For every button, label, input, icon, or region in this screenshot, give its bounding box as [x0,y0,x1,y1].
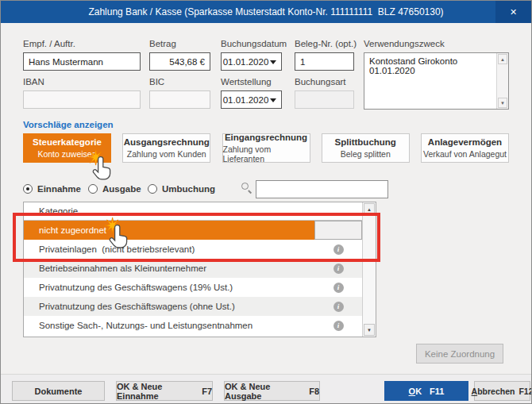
field-iban: IBAN [23,77,141,109]
field-empf-auftr: Empf. / Auftr. Hans Mustermann [23,39,141,71]
scroll-down-icon[interactable]: ▼ [364,324,375,336]
field-label: Verwendungszweck [364,39,509,48]
info-icon[interactable]: i [333,283,344,293]
radio-circle-icon [23,184,33,194]
field-label: Wertstellung [221,77,282,87]
category-button-row: Steuerkategorie Konto zuweisen Ausgangsr… [23,133,509,163]
splittbuchung-button[interactable]: Splittbuchung Beleg splitten [322,133,410,163]
field-bic: BIC [149,77,210,109]
ok-button[interactable]: OK F11 [384,381,468,401]
beleg-nr-input[interactable]: 1 [295,52,354,71]
steuerkategorie-button[interactable]: Steuerkategorie Konto zuweisen [23,133,111,163]
field-label: Beleg-Nr. (opt.) [295,39,354,48]
field-label: BIC [149,77,210,87]
table-row[interactable]: Privateinlagen (nicht betriebsrelevant) … [24,240,362,259]
empf-auftr-input[interactable]: Hans Mustermann [23,52,141,71]
eingangsrechnung-button[interactable]: Eingangsrechnung Zahlung vom Lieferanten [222,133,310,163]
kategorie-column-header[interactable]: Kategorie [24,202,362,221]
ok-neue-ausgabe-button[interactable]: OK & Neue Ausgabe F8 [224,381,320,401]
payment-dialog: Zahlung Bank / Kasse (Sparkasse Musterst… [0,0,532,404]
fkey-label: F8 [309,387,319,396]
field-wertstellung: Wertstellung 01.01.2020 [221,77,282,109]
field-label: Buchungsart [295,77,354,87]
vorschlaege-anzeigen-link[interactable]: Vorschläge anzeigen [23,120,114,129]
anlagevermoegen-button[interactable]: Anlagevermögen Verkauf von Anlagegut [421,133,509,163]
kategorie-table: Kategorie nicht zugeordnet Privateinlage… [23,202,376,337]
verwendungszweck-textarea[interactable]: Kontostand Girokonto 01.01.2020 ▲ ▼ [364,52,509,110]
fkey-label: F12 [519,387,532,396]
search-input[interactable] [256,180,388,198]
ok-neue-einnahme-button[interactable]: OK & Neue Einnahme F7 [116,381,213,401]
table-row[interactable]: Privatnutzung des Geschäftswagens (19% U… [24,278,362,297]
table-row[interactable]: Privatnutzung des Geschäftswagens (ohne … [24,297,362,316]
info-icon[interactable]: i [333,244,344,255]
field-label: Empf. / Auftr. [23,39,141,48]
keine-zuordnung-button[interactable]: Keine Zuordnung [416,344,503,364]
bic-input[interactable] [149,90,210,109]
selected-row-cell [314,221,362,240]
radio-ausgabe[interactable]: Ausgabe [88,184,141,194]
info-icon[interactable]: i [333,302,344,312]
dropdown-arrow-icon[interactable] [270,98,276,102]
field-buchungsdatum: Buchungsdatum 01.01.2020 [221,39,282,71]
scroll-up-icon[interactable]: ▲ [364,203,375,215]
radio-umbuchung[interactable]: Umbuchung [148,184,215,194]
table-row[interactable]: Sonstige Sach-, Nutzungs- und Leistungse… [24,316,362,335]
footer-bar: Dokumente OK & Neue Einnahme F7 OK & Neu… [1,374,531,404]
textarea-scrollbar[interactable]: ▲ ▼ [496,53,508,109]
field-label: Betrag [149,39,210,48]
close-icon[interactable]: ✕ [495,1,531,23]
abbrechen-button[interactable]: Abbrechen F12 [474,381,530,401]
radio-circle-icon [88,184,98,194]
scroll-down-icon[interactable]: ▼ [498,98,507,108]
iban-input[interactable] [23,90,141,109]
fkey-label: F11 [430,387,444,396]
field-label: IBAN [23,77,141,87]
ausgangsrechnung-button[interactable]: Ausgangsrechnung Zahlung vom Kunden [122,133,210,163]
field-betrag: Betrag 543,68 € [149,39,210,71]
buchungsdatum-input[interactable]: 01.01.2020 [221,52,282,71]
table-scrollbar[interactable]: ▲ ▼ [362,202,376,337]
field-buchungsart: Buchungsart [295,77,354,109]
field-verwendungszweck: Verwendungszweck Kontostand Girokonto 01… [364,39,509,110]
dropdown-arrow-icon[interactable] [270,60,276,64]
table-row[interactable]: nicht zugeordnet [24,221,362,240]
info-icon[interactable]: i [333,321,344,331]
info-icon[interactable]: i [333,264,344,274]
field-label: Buchungsdatum [221,39,282,48]
buchungsart-input[interactable] [295,90,354,109]
betrag-input[interactable]: 543,68 € [149,52,210,71]
radio-einnahme[interactable]: Einnahme [23,184,81,194]
wertstellung-input[interactable]: 01.01.2020 [221,90,282,109]
dialog-title: Zahlung Bank / Kasse (Sparkasse Musterst… [88,6,443,17]
dokumente-button[interactable]: Dokumente [12,381,105,401]
field-beleg-nr: Beleg-Nr. (opt.) 1 [295,39,354,71]
titlebar[interactable]: Zahlung Bank / Kasse (Sparkasse Musterst… [1,1,531,23]
table-row[interactable]: Betriebseinnahmen als Kleinunternehmer i [24,259,362,278]
search-icon [241,183,253,194]
fkey-label: F7 [202,387,212,396]
scroll-up-icon[interactable]: ▲ [498,54,507,64]
radio-circle-icon [148,184,157,194]
